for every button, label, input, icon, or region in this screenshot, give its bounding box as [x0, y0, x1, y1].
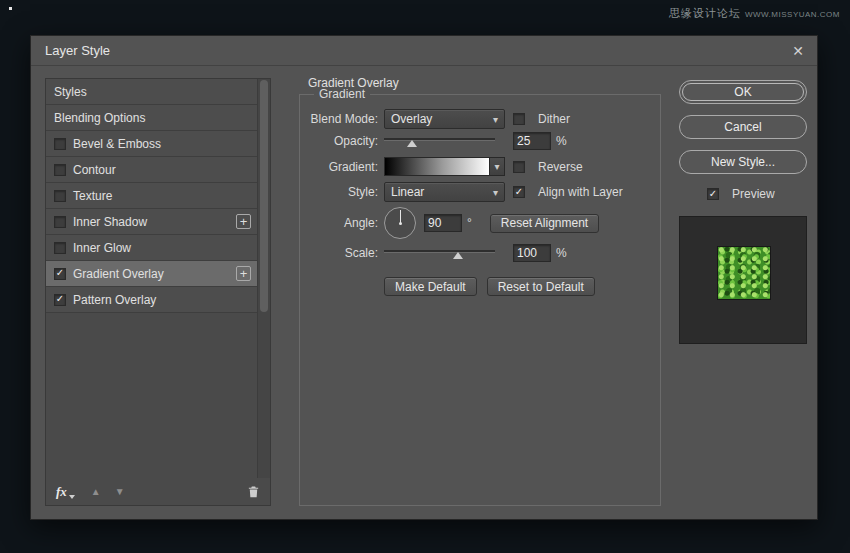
align-checkbox-box[interactable]: ✓	[513, 186, 525, 198]
sidebar-item-label: Pattern Overlay	[73, 293, 156, 307]
bevel-emboss-checkbox[interactable]	[54, 138, 66, 150]
fx-icon: fx	[56, 484, 67, 500]
opacity-input[interactable]	[513, 132, 551, 150]
dialog-title: Layer Style	[45, 43, 110, 58]
gradient-dropdown-button[interactable]: ▾	[490, 158, 504, 175]
preview-checkbox-box[interactable]: ✓	[707, 188, 719, 200]
scale-slider[interactable]	[384, 246, 505, 260]
sidebar-item-label: Gradient Overlay	[73, 267, 164, 281]
new-style-button[interactable]: New Style...	[679, 150, 807, 174]
style-label: Style:	[300, 185, 378, 199]
plus-icon: +	[240, 215, 248, 228]
scale-input[interactable]	[513, 244, 551, 262]
ok-button[interactable]: OK	[679, 80, 807, 104]
dither-checkbox-box[interactable]	[513, 113, 525, 125]
desktop-background: 思缘设计论坛 WWW.MISSYUAN.COM Layer Style ✕ St…	[0, 0, 850, 553]
preview-checkbox[interactable]: ✓ Preview	[707, 187, 807, 201]
check-icon: ✓	[56, 268, 64, 278]
sidebar-item-label: Bevel & Emboss	[73, 137, 161, 151]
angle-dial[interactable]	[384, 207, 416, 239]
move-effect-up-button[interactable]: ▲	[91, 487, 101, 497]
scale-slider-thumb[interactable]	[453, 252, 463, 259]
angle-label: Angle:	[300, 216, 378, 230]
inner-shadow-checkbox[interactable]	[54, 216, 66, 228]
blend-mode-row: Blend Mode: Overlay ▾ Dither	[300, 109, 660, 129]
gradient-overlay-checkbox[interactable]: ✓	[54, 268, 66, 280]
watermark-url-text: WWW.MISSYUAN.COM	[745, 10, 840, 19]
style-select[interactable]: Linear ▾	[384, 182, 505, 202]
reverse-checkbox[interactable]: Reverse	[513, 160, 583, 174]
opacity-slider-track[interactable]	[384, 138, 495, 140]
dialog-actions: OK Cancel New Style... ✓ Preview	[679, 80, 807, 344]
opacity-row: Opacity: %	[300, 134, 660, 148]
blend-mode-select[interactable]: Overlay ▾	[384, 109, 505, 129]
delete-effect-button[interactable]	[247, 485, 260, 499]
reset-alignment-button[interactable]: Reset Alignment	[490, 214, 599, 233]
dither-label: Dither	[538, 112, 570, 126]
sidebar-item-inner-shadow[interactable]: Inner Shadow +	[46, 209, 257, 235]
opacity-label: Opacity:	[300, 134, 378, 148]
gradient-picker[interactable]: ▾	[384, 157, 505, 176]
angle-dial-center	[399, 222, 402, 225]
check-icon: ✓	[515, 187, 523, 197]
scale-label: Scale:	[300, 246, 378, 260]
sidebar-item-label: Blending Options	[54, 111, 145, 125]
align-with-layer-checkbox[interactable]: ✓ Align with Layer	[513, 185, 623, 199]
chevron-down-icon: ▾	[494, 161, 499, 172]
preview-thumbnail	[679, 216, 807, 344]
sidebar-item-blending-options[interactable]: Blending Options	[46, 105, 257, 131]
sidebar-item-bevel-emboss[interactable]: Bevel & Emboss	[46, 131, 257, 157]
opacity-unit: %	[556, 134, 567, 148]
sidebar-item-label: Inner Glow	[73, 241, 131, 255]
trash-icon	[247, 485, 260, 499]
sidebar-item-gradient-overlay[interactable]: ✓ Gradient Overlay +	[46, 261, 257, 287]
angle-unit: °	[467, 216, 472, 230]
layer-texture-swatch	[718, 247, 770, 299]
sidebar-scrollbar[interactable]	[257, 79, 270, 478]
angle-row: Angle: ° Reset Alignment	[300, 207, 660, 239]
reverse-checkbox-box[interactable]	[513, 161, 525, 173]
styles-list: Styles Blending Options Bevel & Emboss C…	[46, 79, 257, 313]
close-icon[interactable]: ✕	[792, 44, 804, 58]
move-effect-down-button[interactable]: ▼	[115, 487, 125, 497]
add-inner-shadow-button[interactable]: +	[236, 214, 251, 229]
style-value: Linear	[391, 185, 424, 199]
sidebar-item-label: Styles	[54, 85, 87, 99]
scale-unit: %	[556, 246, 567, 260]
sidebar-item-inner-glow[interactable]: Inner Glow	[46, 235, 257, 261]
inner-glow-checkbox[interactable]	[54, 242, 66, 254]
watermark-chinese-text: 思缘设计论坛	[669, 7, 741, 19]
fx-menu-button[interactable]: fx	[56, 484, 75, 500]
sidebar-item-contour[interactable]: Contour	[46, 157, 257, 183]
sidebar-item-pattern-overlay[interactable]: ✓ Pattern Overlay	[46, 287, 257, 313]
sidebar-item-texture[interactable]: Texture	[46, 183, 257, 209]
check-icon: ✓	[709, 189, 717, 199]
align-label: Align with Layer	[538, 185, 623, 199]
style-row: Style: Linear ▾ ✓ Align with Layer	[300, 182, 660, 202]
cancel-button[interactable]: Cancel	[679, 115, 807, 139]
sidebar-item-styles[interactable]: Styles	[46, 79, 257, 105]
angle-input[interactable]	[424, 214, 462, 232]
pattern-overlay-checkbox[interactable]: ✓	[54, 294, 66, 306]
screen-dot	[9, 7, 12, 10]
dither-checkbox[interactable]: Dither	[513, 112, 570, 126]
opacity-slider[interactable]	[384, 134, 505, 148]
contour-checkbox[interactable]	[54, 164, 66, 176]
check-icon: ✓	[56, 294, 64, 304]
reset-to-default-button[interactable]: Reset to Default	[487, 277, 595, 296]
gradient-swatch[interactable]	[385, 158, 490, 175]
scrollbar-thumb[interactable]	[260, 80, 268, 312]
plus-icon: +	[240, 267, 248, 280]
add-gradient-overlay-button[interactable]: +	[236, 266, 251, 281]
opacity-slider-thumb[interactable]	[407, 140, 417, 147]
chevron-down-icon: ▾	[493, 187, 498, 198]
dialog-titlebar[interactable]: Layer Style ✕	[31, 36, 817, 66]
layer-style-dialog: Layer Style ✕ Styles Blending Options Be…	[30, 35, 818, 520]
texture-checkbox[interactable]	[54, 190, 66, 202]
sidebar-item-label: Texture	[73, 189, 112, 203]
make-default-button[interactable]: Make Default	[384, 277, 477, 296]
reverse-label: Reverse	[538, 160, 583, 174]
scale-row: Scale: %	[300, 246, 660, 260]
scale-slider-track[interactable]	[384, 250, 495, 252]
defaults-row: Make Default Reset to Default	[384, 277, 660, 296]
